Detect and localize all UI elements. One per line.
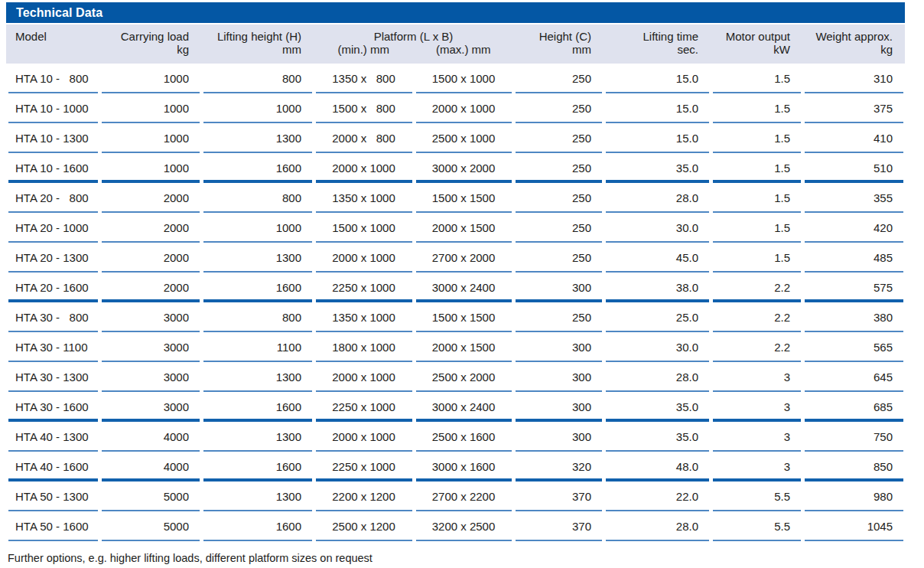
cell-platform-max: 2000 x 1500 xyxy=(414,332,513,362)
cell-model: HTA 20 - 1300 xyxy=(6,243,99,273)
col-unit-model xyxy=(6,43,99,56)
cell-lifting-time: 35.0 xyxy=(604,392,711,422)
cell-motor-output: 3 xyxy=(711,452,802,481)
cell-motor-output: 3 xyxy=(711,362,802,392)
platform-subheaders: (min.) mm (max.) mm xyxy=(314,43,513,56)
table-row: HTA 10 - 80010008001350 x 8001500 x 1000… xyxy=(6,64,905,93)
header-row: Model Carrying load kg Lifting height (H… xyxy=(6,24,905,64)
table-row: HTA 50 - 1600500016002500 x 12003200 x 2… xyxy=(6,511,905,541)
cell-motor-output: 2.2 xyxy=(711,273,802,302)
cell-model: HTA 40 - 1300 xyxy=(6,422,99,452)
col-header-platform-max: (max.) mm xyxy=(414,43,514,56)
cell-lifting-time: 35.0 xyxy=(604,153,711,183)
cell-model: HTA 40 - 1600 xyxy=(6,452,99,481)
cell-carrying-load: 3000 xyxy=(99,362,201,392)
cell-lifting-time: 30.0 xyxy=(604,213,711,243)
col-header-model: Model xyxy=(6,24,99,64)
cell-model: HTA 20 - 800 xyxy=(6,183,99,213)
cell-lifting-time: 15.0 xyxy=(604,64,711,93)
cell-height-c: 370 xyxy=(513,481,604,511)
cell-carrying-load: 4000 xyxy=(99,422,201,452)
cell-height-c: 250 xyxy=(513,183,604,213)
cell-platform-min: 1350 x 800 xyxy=(314,64,414,93)
cell-platform-max: 3000 x 2000 xyxy=(414,153,513,183)
cell-platform-min: 1350 x 1000 xyxy=(314,302,414,332)
col-header-carrying-load: Carrying load kg xyxy=(99,24,201,64)
cell-lifting-height: 1600 xyxy=(201,273,314,302)
cell-height-c: 250 xyxy=(513,302,604,332)
cell-carrying-load: 1000 xyxy=(99,64,201,93)
cell-lifting-height: 1300 xyxy=(201,243,314,273)
cell-weight: 565 xyxy=(802,332,905,362)
cell-platform-max: 2000 x 1500 xyxy=(414,213,513,243)
cell-platform-max: 3000 x 2400 xyxy=(414,392,513,422)
cell-platform-max: 2500 x 1600 xyxy=(414,422,513,452)
cell-model: HTA 30 - 800 xyxy=(6,302,99,332)
cell-height-c: 300 xyxy=(513,332,604,362)
cell-weight: 420 xyxy=(802,213,905,243)
cell-model: HTA 30 - 1600 xyxy=(6,392,99,422)
cell-lifting-time: 28.0 xyxy=(604,511,711,541)
cell-motor-output: 5.5 xyxy=(711,481,802,511)
table-row: HTA 30 - 1100300011001800 x 10002000 x 1… xyxy=(6,332,905,362)
cell-carrying-load: 5000 xyxy=(99,511,201,541)
cell-height-c: 300 xyxy=(513,273,604,302)
cell-lifting-height: 1300 xyxy=(201,123,314,153)
cell-motor-output: 1.5 xyxy=(711,64,802,93)
cell-carrying-load: 2000 xyxy=(99,213,201,243)
cell-platform-max: 3000 x 1600 xyxy=(414,452,513,481)
cell-model: HTA 30 - 1300 xyxy=(6,362,99,392)
cell-height-c: 370 xyxy=(513,511,604,541)
cell-platform-min: 1500 x 800 xyxy=(314,93,414,123)
col-label-carrying-load: Carrying load xyxy=(99,30,201,43)
cell-model: HTA 20 - 1600 xyxy=(6,273,99,302)
cell-lifting-height: 800 xyxy=(201,183,314,213)
cell-carrying-load: 1000 xyxy=(99,153,201,183)
cell-weight: 375 xyxy=(802,93,905,123)
cell-motor-output: 1.5 xyxy=(711,153,802,183)
cell-lifting-height: 1600 xyxy=(201,511,314,541)
cell-carrying-load: 5000 xyxy=(99,481,201,511)
title-bar: Technical Data xyxy=(6,2,905,23)
cell-model: HTA 10 - 1300 xyxy=(6,123,99,153)
cell-platform-max: 1500 x 1500 xyxy=(414,302,513,332)
cell-platform-max: 2700 x 2200 xyxy=(414,481,513,511)
cell-platform-max: 2700 x 2000 xyxy=(414,243,513,273)
table-row: HTA 40 - 1600400016002250 x 10003000 x 1… xyxy=(6,452,905,481)
col-label-height-c: Height (C) xyxy=(513,30,604,43)
col-unit-carrying-load: kg xyxy=(99,43,201,56)
footnote: Further options, e.g. higher lifting loa… xyxy=(6,552,905,564)
cell-lifting-time: 45.0 xyxy=(604,243,711,273)
cell-platform-min: 2000 x 800 xyxy=(314,123,414,153)
table-row: HTA 20 - 1600200016002250 x 10003000 x 2… xyxy=(6,273,905,302)
cell-weight: 980 xyxy=(802,481,905,511)
cell-platform-max: 3000 x 2400 xyxy=(414,273,513,302)
cell-weight: 575 xyxy=(802,273,905,302)
page-title: Technical Data xyxy=(16,6,102,20)
cell-motor-output: 2.2 xyxy=(711,302,802,332)
cell-weight: 850 xyxy=(802,452,905,481)
cell-height-c: 250 xyxy=(513,123,604,153)
cell-carrying-load: 2000 xyxy=(99,183,201,213)
col-header-lifting-time: Lifting time sec. xyxy=(604,24,711,64)
cell-lifting-height: 800 xyxy=(201,64,314,93)
table-header: Model Carrying load kg Lifting height (H… xyxy=(6,24,905,64)
col-header-platform-min: (min.) mm xyxy=(314,43,414,56)
cell-motor-output: 1.5 xyxy=(711,183,802,213)
cell-carrying-load: 1000 xyxy=(99,123,201,153)
cell-motor-output: 3 xyxy=(711,392,802,422)
cell-platform-min: 2000 x 1000 xyxy=(314,422,414,452)
cell-motor-output: 1.5 xyxy=(711,213,802,243)
table-row: HTA 30 - 1300300013002000 x 10002500 x 2… xyxy=(6,362,905,392)
col-header-lifting-height: Lifting height (H) mm xyxy=(201,24,314,64)
cell-model: HTA 30 - 1100 xyxy=(6,332,99,362)
cell-weight: 510 xyxy=(802,153,905,183)
col-label-lifting-time: Lifting time xyxy=(604,30,711,43)
cell-height-c: 250 xyxy=(513,213,604,243)
table-body: HTA 10 - 80010008001350 x 8001500 x 1000… xyxy=(6,64,905,541)
cell-platform-min: 2250 x 1000 xyxy=(314,273,414,302)
cell-height-c: 250 xyxy=(513,153,604,183)
cell-lifting-time: 25.0 xyxy=(604,302,711,332)
cell-lifting-time: 15.0 xyxy=(604,123,711,153)
cell-platform-min: 2000 x 1000 xyxy=(314,243,414,273)
